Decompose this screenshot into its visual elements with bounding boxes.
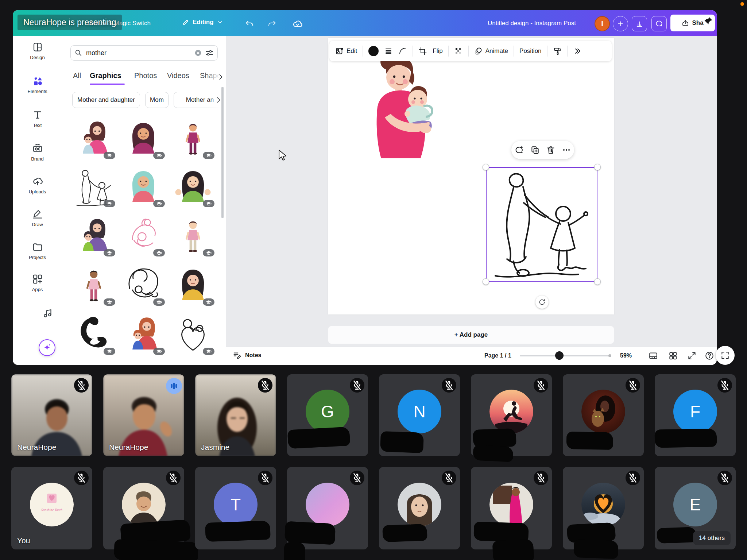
help-icon[interactable] xyxy=(705,351,714,360)
sidebar-item-apps[interactable]: Apps xyxy=(13,273,62,292)
participant-tile[interactable]: N xyxy=(379,374,460,456)
flip-button[interactable]: Flip xyxy=(433,47,442,55)
tab-photos[interactable]: Photos xyxy=(134,72,157,80)
canva-footer xyxy=(226,347,717,365)
undo-button[interactable] xyxy=(245,19,255,28)
participant-tile[interactable] xyxy=(379,467,460,549)
search-icon xyxy=(74,49,82,57)
grid-view-icon[interactable] xyxy=(668,351,678,360)
add-page-button[interactable]: + Add page xyxy=(328,326,614,344)
insights-button[interactable] xyxy=(632,16,647,31)
panel-scrollbar[interactable] xyxy=(221,87,224,218)
tab-graphics[interactable]: Graphics xyxy=(90,72,121,80)
fullscreen-button[interactable] xyxy=(716,346,735,365)
participant-tile[interactable] xyxy=(563,374,644,456)
participant-tile[interactable] xyxy=(103,467,184,549)
mother-baby-illustration[interactable] xyxy=(356,51,447,168)
result-thumbnail-mother-kissing-baby-line[interactable] xyxy=(121,213,166,259)
participant-tile-neurahope[interactable]: NeuraHope xyxy=(11,374,92,456)
resize-handle-se[interactable] xyxy=(594,278,601,285)
tab-videos[interactable]: Videos xyxy=(167,72,189,80)
filter-icon[interactable] xyxy=(205,49,214,57)
participant-tile[interactable]: E14 others xyxy=(655,467,736,549)
result-thumbnail-heart-mother-line[interactable] xyxy=(171,312,215,357)
position-button[interactable]: Position xyxy=(519,47,541,55)
participant-tile-neurahope[interactable]: NeuraHope xyxy=(103,374,184,456)
sidebar-item-brand[interactable]: Brand xyxy=(13,142,62,162)
more-button[interactable] xyxy=(562,145,571,155)
copy-style-button[interactable] xyxy=(553,47,562,55)
sidebar-item-text[interactable]: Text xyxy=(13,109,62,128)
redo-button[interactable] xyxy=(267,19,276,28)
user-avatar[interactable]: I xyxy=(595,16,610,31)
resize-handle-ne[interactable] xyxy=(594,164,601,170)
arc-button[interactable] xyxy=(398,47,407,55)
result-thumbnail-woman-portrait[interactable] xyxy=(121,116,166,161)
color-swatch[interactable] xyxy=(368,46,379,56)
sidebar-item-draw[interactable]: Draw xyxy=(13,208,62,227)
sidebar-item-elements[interactable]: Elements xyxy=(13,75,62,94)
presenter-view-icon[interactable] xyxy=(649,351,658,360)
result-thumbnail-mother-daughter-line-art[interactable] xyxy=(71,164,116,209)
crop-button[interactable] xyxy=(418,47,427,55)
line-weight-button[interactable] xyxy=(384,47,393,55)
participant-tile-jasmine[interactable]: Jasmine xyxy=(195,374,276,456)
chart-icon xyxy=(635,20,643,28)
sidebar-item-design[interactable]: Design xyxy=(13,41,62,60)
participant-tile[interactable]: T xyxy=(195,467,276,549)
audio-icon[interactable] xyxy=(41,307,54,320)
sidebar-item-uploads[interactable]: Uploads xyxy=(13,175,62,194)
pro-content-badge xyxy=(153,348,165,355)
resize-handle-nw[interactable] xyxy=(483,164,489,170)
animate-button[interactable]: Animate xyxy=(474,47,508,55)
notes-button[interactable]: Notes xyxy=(233,351,261,360)
search-input[interactable] xyxy=(85,49,191,57)
comments-button[interactable] xyxy=(651,16,667,31)
result-thumbnail-woman-in-hijab[interactable] xyxy=(121,164,166,209)
result-thumbnail-pregnant-woman[interactable] xyxy=(71,263,116,308)
pro-content-badge xyxy=(153,200,165,207)
result-thumbnail-mother-and-daughter[interactable] xyxy=(121,312,166,357)
search-box[interactable] xyxy=(70,45,218,61)
invite-members-button[interactable] xyxy=(613,16,628,31)
delete-button[interactable] xyxy=(546,145,556,155)
result-thumbnail-mother-holding-baby[interactable] xyxy=(71,116,116,161)
tabs-chevron-right-icon[interactable] xyxy=(217,73,225,81)
result-thumbnail-woman-yellow-cardigan[interactable] xyxy=(171,263,215,308)
chip-mother-and-daughter[interactable]: Mother and daughter xyxy=(72,92,140,108)
participant-tile[interactable]: F xyxy=(655,374,736,456)
transparency-button[interactable] xyxy=(454,47,463,55)
tab-all[interactable]: All xyxy=(73,72,81,80)
result-thumbnail-woman-in-apron[interactable] xyxy=(171,213,215,259)
participant-tile[interactable]: G xyxy=(287,374,368,456)
edit-button[interactable]: Edit xyxy=(335,47,357,55)
more-options-button[interactable] xyxy=(573,47,582,55)
zoom-slider-track[interactable] xyxy=(520,355,610,356)
participant-tile[interactable] xyxy=(563,467,644,549)
result-thumbnail-mother-hugging-boy[interactable] xyxy=(71,213,116,259)
resize-handle-sw[interactable] xyxy=(483,278,489,285)
comment-button[interactable] xyxy=(515,145,524,155)
result-thumbnail-mother-nursing-silhouette[interactable] xyxy=(71,312,116,357)
expand-icon[interactable] xyxy=(687,351,697,360)
sidebar-item-projects[interactable]: Projects xyxy=(13,241,62,260)
participant-tile-you[interactable]: Sunshine YouthYou xyxy=(11,467,92,549)
result-thumbnail-woman-standing[interactable] xyxy=(171,116,215,161)
selection-box[interactable] xyxy=(486,167,597,282)
result-thumbnail-mother-cradling-baby-line[interactable] xyxy=(121,263,166,308)
clear-search-icon[interactable] xyxy=(194,49,202,57)
zoom-level[interactable]: 59% xyxy=(620,352,632,359)
chip-mom[interactable]: Mom xyxy=(145,92,169,108)
others-count-badge[interactable]: 14 others xyxy=(693,531,731,545)
participant-tile[interactable] xyxy=(471,467,552,549)
participant-tile[interactable] xyxy=(287,467,368,549)
zoom-slider-knob[interactable] xyxy=(555,351,564,360)
design-title[interactable]: Untitled design - Instagram Post xyxy=(483,20,581,27)
rotate-handle[interactable] xyxy=(535,296,549,309)
duplicate-button[interactable] xyxy=(530,145,540,155)
editing-mode-dropdown[interactable]: Editing xyxy=(182,18,223,26)
result-thumbnail-cheering-woman[interactable] xyxy=(171,164,215,209)
magic-assistant-button[interactable] xyxy=(39,339,55,356)
uploads-icon xyxy=(31,175,44,188)
participant-tile[interactable] xyxy=(471,374,552,456)
